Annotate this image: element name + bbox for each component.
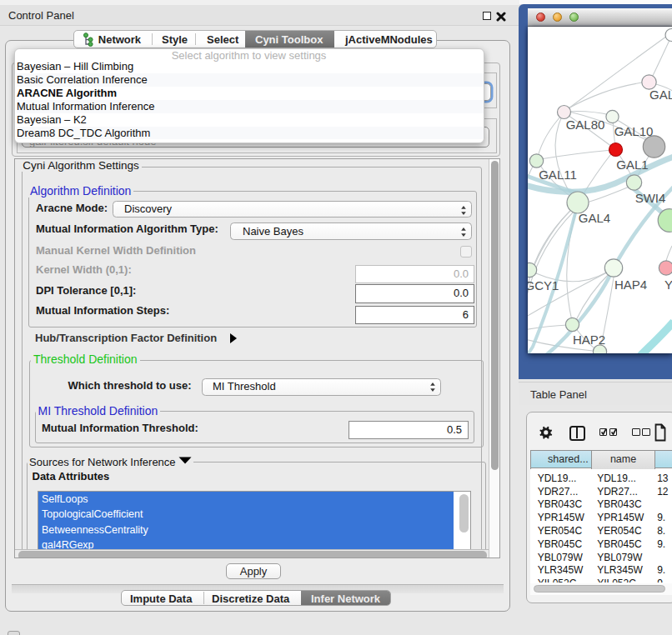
svg-text:GAL11: GAL11 — [539, 168, 577, 182]
svg-text:YEL0: YEL0 — [664, 278, 672, 292]
svg-text:HAP2: HAP2 — [573, 332, 605, 347]
svg-text:GAL80: GAL80 — [566, 118, 605, 132]
svg-text:GAL2: GAL2 — [649, 88, 672, 102]
svg-text:GAL10: GAL10 — [614, 124, 654, 138]
svg-text:SWI4: SWI4 — [635, 191, 666, 205]
svg-text:GAL1: GAL1 — [616, 158, 648, 172]
svg-text:GAL4: GAL4 — [579, 211, 610, 225]
svg-text:HAP4: HAP4 — [614, 278, 647, 292]
svg-text:GCY1: GCY1 — [528, 278, 559, 292]
